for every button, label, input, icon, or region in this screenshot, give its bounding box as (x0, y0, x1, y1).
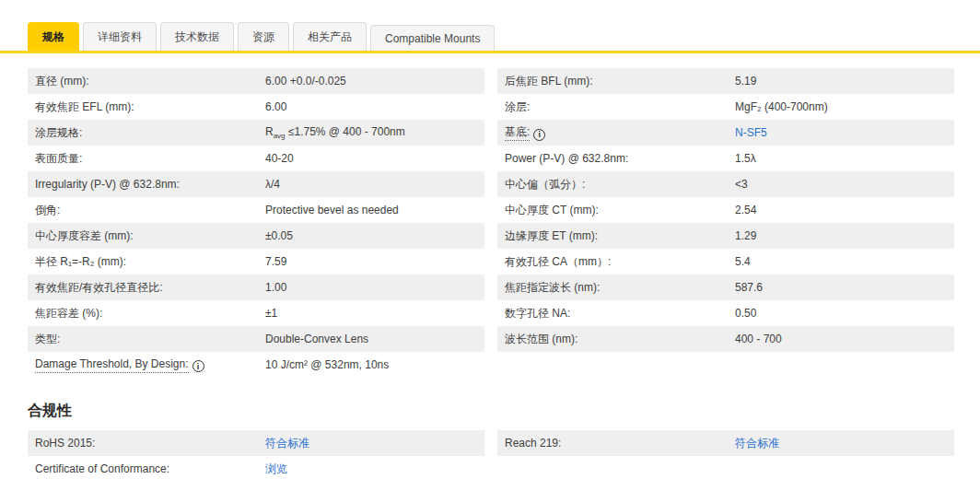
spec-value: 587.6 (728, 275, 954, 300)
spec-label: 直径 (mm): (28, 68, 258, 94)
spec-label: Reach 219: (497, 430, 728, 456)
spec-label-text: 基底: (505, 125, 530, 141)
spec-value: 符合标准 (258, 430, 484, 456)
compliance-table-left: RoHS 2015:符合标准Certificate of Conformance… (28, 430, 484, 479)
spec-label-text: 有效孔径 CA（mm）: (505, 255, 611, 268)
spec-label: 表面质量: (28, 146, 258, 171)
spec-label-text: 边缘厚度 ET (mm): (505, 229, 598, 242)
spec-label: 基底:i (497, 120, 728, 146)
spec-value-link[interactable]: 符合标准 (735, 437, 779, 450)
spec-label-text: 类型: (35, 333, 60, 345)
spec-label-text: Power (P-V) @ 632.8nm: (505, 152, 628, 165)
tab-specs[interactable]: 规格 (28, 22, 79, 51)
info-icon[interactable]: i (192, 360, 204, 372)
spec-label-text: 表面质量: (35, 152, 82, 165)
tab-details[interactable]: 详细资料 (83, 22, 157, 51)
spec-value: MgF₂ (400-700nm) (728, 94, 954, 120)
spec-value: 1.29 (728, 223, 954, 249)
table-row: Power (P-V) @ 632.8nm:1.5λ (497, 146, 954, 171)
table-row: 中心厚度容差 (mm):±0.05 (28, 223, 484, 249)
spec-value: 浏览 (258, 456, 484, 479)
spec-value: ±1 (258, 300, 484, 326)
table-row: 类型:Double-Convex Lens (28, 326, 484, 352)
product-spec-page: 规格详细资料技术数据资源相关产品Compatible Mounts 直径 (mm… (0, 0, 980, 479)
spec-label: 数字孔径 NA: (497, 300, 728, 326)
spec-value: 5.4 (728, 249, 954, 275)
spec-label-text: 波长范围 (nm): (505, 333, 578, 345)
spec-label: 焦距指定波长 (nm): (497, 275, 728, 300)
spec-value-link[interactable]: 符合标准 (265, 437, 309, 450)
spec-label: 中心厚度 CT (mm): (497, 197, 728, 223)
info-icon[interactable]: i (533, 129, 545, 141)
spec-value: 7.59 (258, 249, 484, 275)
table-row: 涂层:MgF₂ (400-700nm) (497, 94, 954, 120)
table-row: Reach 219:符合标准 (497, 430, 954, 456)
spec-label: RoHS 2015: (28, 430, 258, 456)
table-row: 表面质量:40-20 (28, 146, 484, 171)
spec-label-text: Reach 219: (505, 437, 561, 450)
tab-resources[interactable]: 资源 (238, 22, 289, 51)
spec-content: 直径 (mm):6.00 +0.0/-0.025有效焦距 EFL (mm):6.… (28, 68, 954, 479)
table-row: 有效孔径 CA（mm）:5.4 (497, 249, 954, 275)
spec-label: Certificate of Conformance: (28, 456, 258, 479)
tab-bar: 规格详细资料技术数据资源相关产品Compatible Mounts (0, 0, 980, 53)
spec-value-link[interactable]: 浏览 (265, 462, 287, 475)
table-row: 半径 R₁=-R₂ (mm):7.59 (28, 249, 484, 275)
spec-label-text: 中心厚度容差 (mm): (35, 229, 134, 242)
spec-label: 类型: (28, 326, 258, 352)
spec-label-text: 中心偏（弧分）: (505, 178, 585, 191)
table-row: 中心偏（弧分）:<3 (497, 171, 954, 197)
tab-list: 规格详细资料技术数据资源相关产品Compatible Mounts (28, 22, 980, 51)
tab-related-products[interactable]: 相关产品 (293, 22, 367, 51)
spec-label-text: Damage Threshold, By Design: (35, 357, 189, 373)
table-row: 有效焦距/有效孔径直径比:1.00 (28, 275, 484, 300)
spec-label-text: Irregularity (P-V) @ 632.8nm: (35, 178, 180, 191)
compliance-heading: 合规性 (28, 402, 954, 421)
spec-table-right: 后焦距 BFL (mm):5.19涂层:MgF₂ (400-700nm)基底:i… (497, 68, 954, 352)
table-row: Damage Threshold, By Design:i10 J/cm² @ … (28, 352, 484, 378)
spec-value: ±0.05 (258, 223, 484, 249)
spec-value: 0.50 (728, 300, 954, 326)
spec-label: Damage Threshold, By Design:i (28, 352, 258, 378)
spec-value: 400 - 700 (728, 326, 954, 352)
spec-value: 1.5λ (728, 146, 954, 171)
table-row: 数字孔径 NA:0.50 (497, 300, 954, 326)
table-row: 焦距指定波长 (nm):587.6 (497, 275, 954, 300)
spec-label-text: 数字孔径 NA: (505, 307, 570, 320)
spec-label: 边缘厚度 ET (mm): (497, 223, 728, 249)
spec-label: Power (P-V) @ 632.8nm: (497, 146, 728, 171)
spec-label: 有效焦距 EFL (mm): (28, 94, 258, 120)
table-row: 后焦距 BFL (mm):5.19 (497, 68, 954, 94)
spec-label: 涂层: (497, 94, 728, 120)
table-row: 倒角:Protective bevel as needed (28, 197, 484, 223)
spec-value: Double-Convex Lens (258, 326, 484, 352)
tab-tech-data[interactable]: 技术数据 (160, 22, 234, 51)
spec-label-text: 有效焦距 EFL (mm): (35, 100, 134, 113)
tab-compatible-mounts[interactable]: Compatible Mounts (370, 25, 495, 51)
spec-label: 焦距容差 (%): (28, 300, 258, 326)
spec-label: Irregularity (P-V) @ 632.8nm: (28, 171, 258, 197)
spec-label: 中心厚度容差 (mm): (28, 223, 258, 249)
spec-label-text: RoHS 2015: (35, 437, 95, 450)
spec-label-text: 焦距指定波长 (nm): (505, 281, 600, 294)
spec-table-left: 直径 (mm):6.00 +0.0/-0.025有效焦距 EFL (mm):6.… (28, 68, 484, 378)
spec-tables: 直径 (mm):6.00 +0.0/-0.025有效焦距 EFL (mm):6.… (28, 68, 954, 378)
spec-label: 波长范围 (nm): (497, 326, 728, 352)
spec-label: 半径 R₁=-R₂ (mm): (28, 249, 258, 275)
spec-value-link[interactable]: N-SF5 (735, 126, 767, 139)
spec-label-text: 涂层规格: (35, 126, 82, 139)
table-row: 基底:iN-SF5 (497, 120, 954, 146)
spec-label-text: Certificate of Conformance: (35, 462, 169, 475)
spec-label: 有效焦距/有效孔径直径比: (28, 275, 258, 300)
spec-value: 40-20 (258, 146, 484, 171)
spec-value: 符合标准 (728, 430, 954, 456)
spec-label-text: 倒角: (35, 204, 60, 216)
spec-value: 6.00 (258, 94, 484, 120)
spec-value: N-SF5 (728, 120, 954, 146)
table-row: 有效焦距 EFL (mm):6.00 (28, 94, 484, 120)
table-row: Certificate of Conformance:浏览 (28, 456, 484, 479)
spec-label: 倒角: (28, 197, 258, 223)
table-row: 中心厚度 CT (mm):2.54 (497, 197, 954, 223)
spec-value: Ravg ≤1.75% @ 400 - 700nm (258, 120, 484, 146)
spec-label-text: 有效焦距/有效孔径直径比: (35, 281, 163, 294)
